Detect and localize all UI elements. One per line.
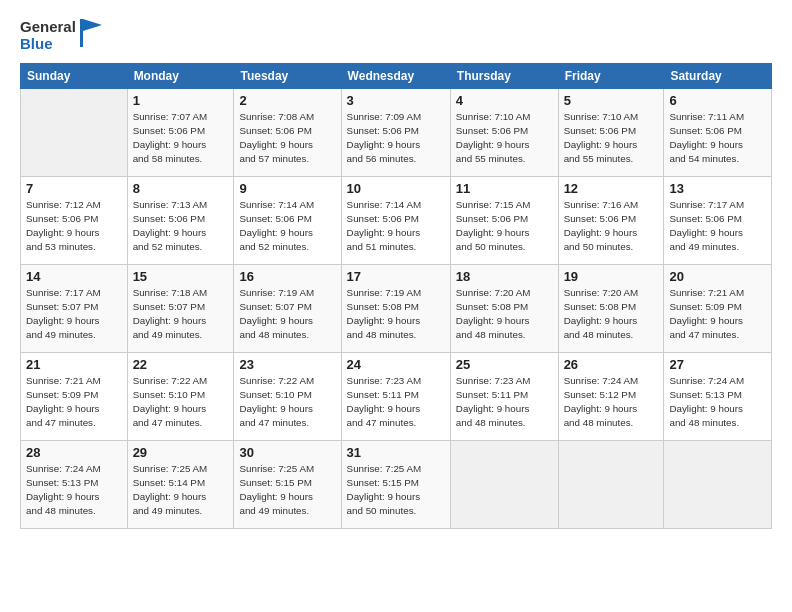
daylight-text-line1: Daylight: 9 hours (347, 490, 445, 504)
sunrise-text: Sunrise: 7:24 AM (564, 374, 659, 388)
weekday-header-sunday: Sunday (21, 63, 128, 88)
sunrise-text: Sunrise: 7:11 AM (669, 110, 766, 124)
daylight-text-line1: Daylight: 9 hours (564, 138, 659, 152)
sunrise-text: Sunrise: 7:19 AM (347, 286, 445, 300)
calendar-cell: 9Sunrise: 7:14 AMSunset: 5:06 PMDaylight… (234, 176, 341, 264)
day-info: Sunrise: 7:17 AMSunset: 5:07 PMDaylight:… (26, 286, 122, 343)
daylight-text-line2: and 47 minutes. (133, 416, 229, 430)
sunrise-text: Sunrise: 7:19 AM (239, 286, 335, 300)
daylight-text-line1: Daylight: 9 hours (133, 314, 229, 328)
day-number: 15 (133, 269, 229, 284)
day-number: 17 (347, 269, 445, 284)
daylight-text-line2: and 48 minutes. (456, 328, 553, 342)
sunrise-text: Sunrise: 7:24 AM (26, 462, 122, 476)
daylight-text-line2: and 54 minutes. (669, 152, 766, 166)
sunrise-text: Sunrise: 7:18 AM (133, 286, 229, 300)
day-number: 9 (239, 181, 335, 196)
calendar-table: SundayMondayTuesdayWednesdayThursdayFrid… (20, 63, 772, 529)
weekday-header-wednesday: Wednesday (341, 63, 450, 88)
sunset-text: Sunset: 5:14 PM (133, 476, 229, 490)
sunset-text: Sunset: 5:06 PM (133, 124, 229, 138)
daylight-text-line2: and 47 minutes. (239, 416, 335, 430)
sunset-text: Sunset: 5:08 PM (456, 300, 553, 314)
daylight-text-line1: Daylight: 9 hours (239, 314, 335, 328)
sunset-text: Sunset: 5:06 PM (669, 212, 766, 226)
calendar-cell (450, 440, 558, 528)
day-number: 19 (564, 269, 659, 284)
daylight-text-line1: Daylight: 9 hours (26, 314, 122, 328)
sunrise-text: Sunrise: 7:22 AM (239, 374, 335, 388)
daylight-text-line1: Daylight: 9 hours (347, 402, 445, 416)
calendar-cell: 24Sunrise: 7:23 AMSunset: 5:11 PMDayligh… (341, 352, 450, 440)
day-info: Sunrise: 7:25 AMSunset: 5:14 PMDaylight:… (133, 462, 229, 519)
svg-rect-0 (80, 19, 83, 47)
day-info: Sunrise: 7:07 AMSunset: 5:06 PMDaylight:… (133, 110, 229, 167)
sunrise-text: Sunrise: 7:15 AM (456, 198, 553, 212)
daylight-text-line2: and 48 minutes. (669, 416, 766, 430)
calendar-cell: 22Sunrise: 7:22 AMSunset: 5:10 PMDayligh… (127, 352, 234, 440)
daylight-text-line2: and 47 minutes. (669, 328, 766, 342)
daylight-text-line1: Daylight: 9 hours (26, 226, 122, 240)
sunset-text: Sunset: 5:07 PM (239, 300, 335, 314)
daylight-text-line2: and 48 minutes. (456, 416, 553, 430)
day-info: Sunrise: 7:08 AMSunset: 5:06 PMDaylight:… (239, 110, 335, 167)
daylight-text-line1: Daylight: 9 hours (456, 314, 553, 328)
day-number: 16 (239, 269, 335, 284)
day-number: 8 (133, 181, 229, 196)
daylight-text-line1: Daylight: 9 hours (669, 226, 766, 240)
daylight-text-line1: Daylight: 9 hours (347, 226, 445, 240)
sunrise-text: Sunrise: 7:23 AM (347, 374, 445, 388)
sunset-text: Sunset: 5:08 PM (564, 300, 659, 314)
sunrise-text: Sunrise: 7:21 AM (669, 286, 766, 300)
weekday-header-tuesday: Tuesday (234, 63, 341, 88)
sunset-text: Sunset: 5:12 PM (564, 388, 659, 402)
daylight-text-line1: Daylight: 9 hours (133, 138, 229, 152)
sunrise-text: Sunrise: 7:22 AM (133, 374, 229, 388)
day-number: 24 (347, 357, 445, 372)
logo-flag-icon (80, 19, 104, 47)
day-info: Sunrise: 7:21 AMSunset: 5:09 PMDaylight:… (26, 374, 122, 431)
weekday-header-monday: Monday (127, 63, 234, 88)
calendar-cell: 28Sunrise: 7:24 AMSunset: 5:13 PMDayligh… (21, 440, 128, 528)
calendar-cell (558, 440, 664, 528)
calendar-cell: 31Sunrise: 7:25 AMSunset: 5:15 PMDayligh… (341, 440, 450, 528)
day-info: Sunrise: 7:23 AMSunset: 5:11 PMDaylight:… (347, 374, 445, 431)
sunset-text: Sunset: 5:07 PM (133, 300, 229, 314)
sunrise-text: Sunrise: 7:16 AM (564, 198, 659, 212)
day-info: Sunrise: 7:21 AMSunset: 5:09 PMDaylight:… (669, 286, 766, 343)
sunrise-text: Sunrise: 7:20 AM (564, 286, 659, 300)
sunrise-text: Sunrise: 7:25 AM (347, 462, 445, 476)
sunrise-text: Sunrise: 7:10 AM (564, 110, 659, 124)
calendar-cell: 7Sunrise: 7:12 AMSunset: 5:06 PMDaylight… (21, 176, 128, 264)
day-number: 29 (133, 445, 229, 460)
daylight-text-line2: and 49 minutes. (669, 240, 766, 254)
calendar-cell: 2Sunrise: 7:08 AMSunset: 5:06 PMDaylight… (234, 88, 341, 176)
calendar-cell: 4Sunrise: 7:10 AMSunset: 5:06 PMDaylight… (450, 88, 558, 176)
day-info: Sunrise: 7:15 AMSunset: 5:06 PMDaylight:… (456, 198, 553, 255)
daylight-text-line1: Daylight: 9 hours (347, 314, 445, 328)
sunset-text: Sunset: 5:10 PM (239, 388, 335, 402)
weekday-header-thursday: Thursday (450, 63, 558, 88)
daylight-text-line1: Daylight: 9 hours (26, 490, 122, 504)
daylight-text-line2: and 48 minutes. (347, 328, 445, 342)
daylight-text-line2: and 49 minutes. (133, 504, 229, 518)
svg-marker-1 (83, 19, 102, 31)
calendar-cell: 16Sunrise: 7:19 AMSunset: 5:07 PMDayligh… (234, 264, 341, 352)
day-number: 11 (456, 181, 553, 196)
day-info: Sunrise: 7:17 AMSunset: 5:06 PMDaylight:… (669, 198, 766, 255)
sunset-text: Sunset: 5:06 PM (26, 212, 122, 226)
sunset-text: Sunset: 5:06 PM (564, 212, 659, 226)
calendar-cell: 21Sunrise: 7:21 AMSunset: 5:09 PMDayligh… (21, 352, 128, 440)
day-number: 10 (347, 181, 445, 196)
calendar-cell: 30Sunrise: 7:25 AMSunset: 5:15 PMDayligh… (234, 440, 341, 528)
daylight-text-line1: Daylight: 9 hours (669, 138, 766, 152)
calendar-cell: 6Sunrise: 7:11 AMSunset: 5:06 PMDaylight… (664, 88, 772, 176)
daylight-text-line1: Daylight: 9 hours (239, 402, 335, 416)
day-info: Sunrise: 7:12 AMSunset: 5:06 PMDaylight:… (26, 198, 122, 255)
daylight-text-line1: Daylight: 9 hours (239, 138, 335, 152)
day-info: Sunrise: 7:24 AMSunset: 5:12 PMDaylight:… (564, 374, 659, 431)
day-number: 1 (133, 93, 229, 108)
daylight-text-line1: Daylight: 9 hours (347, 138, 445, 152)
calendar-cell: 26Sunrise: 7:24 AMSunset: 5:12 PMDayligh… (558, 352, 664, 440)
daylight-text-line1: Daylight: 9 hours (669, 314, 766, 328)
